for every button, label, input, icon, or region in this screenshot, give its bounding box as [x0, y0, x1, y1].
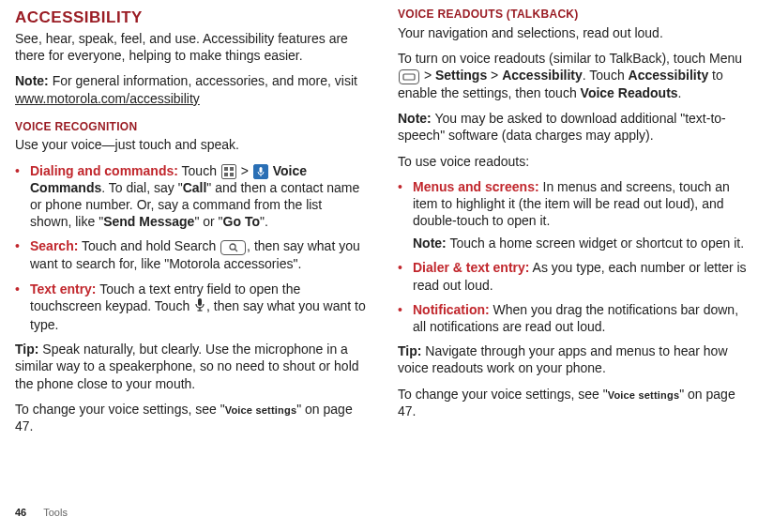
bullet-dialing: Dialing and commands: Touch > Voice Comm…	[15, 162, 366, 231]
voice-settings-ref: To change your voice settings, see "Voic…	[15, 401, 366, 434]
use-intro: To use voice readouts:	[398, 153, 749, 170]
section-label: Tools	[43, 507, 68, 518]
t: " or "	[194, 214, 222, 229]
svg-line-7	[235, 250, 237, 252]
accessibility-link[interactable]: www.motorola.com/accessibility	[15, 91, 200, 106]
bullet-title: Search:	[30, 238, 78, 253]
page: ACCESSIBILITY See, hear, speak, feel, an…	[0, 0, 773, 532]
note-label: Note:	[413, 236, 447, 251]
bullet-title: Text entry:	[30, 281, 97, 296]
heading-voice-recognition: VOICE RECOGNITION	[15, 120, 366, 135]
t: . To dial, say "	[101, 180, 182, 195]
bullet-dialer: Dialer & text entry: As you type, each n…	[398, 259, 749, 293]
t: To change your voice settings, see "	[398, 387, 608, 402]
bullet-search: Search: Touch and hold Search , then say…	[15, 237, 366, 272]
voice-settings-xref: Voice settings	[608, 389, 680, 401]
tip-body: Speak naturally, but clearly. Use the mi…	[15, 342, 359, 390]
left-column: ACCESSIBILITY See, hear, speak, feel, an…	[15, 8, 366, 532]
menu-key-icon	[399, 69, 419, 84]
t: Touch a home screen widget or shortcut t…	[447, 236, 744, 251]
voice-intro: Use your voice—just touch and speak.	[15, 136, 366, 153]
intro-text: See, hear, speak, feel, and use. Accessi…	[15, 30, 366, 64]
note-general: Note: For general information, accessori…	[15, 72, 366, 106]
note-body: For general information, accessories, an…	[49, 73, 357, 88]
send-message-label: Send Message	[103, 214, 194, 229]
voice-commands-icon	[253, 164, 268, 179]
goto-label: Go To	[223, 214, 260, 229]
page-number: 46	[15, 507, 26, 518]
t: >	[420, 68, 435, 83]
readouts-enable: To turn on voice readouts (similar to Ta…	[398, 50, 749, 101]
accessibility-label-2: Accessibility	[629, 68, 709, 83]
tip-navigate: Tip: Navigate through your apps and menu…	[398, 342, 749, 376]
t: >	[237, 163, 252, 178]
note-body: You may be asked to download additional …	[398, 111, 726, 143]
readouts-intro: Your navigation and selections, read out…	[398, 24, 749, 41]
svg-point-6	[230, 244, 235, 250]
heading-voice-readouts: VOICE READOUTS (TALKBACK)	[398, 8, 749, 23]
note-label: Note:	[398, 111, 432, 126]
svg-rect-11	[403, 74, 415, 80]
tip-label: Tip:	[15, 342, 38, 357]
voice-settings-xref: Voice settings	[225, 404, 297, 416]
heading-accessibility: ACCESSIBILITY	[15, 8, 366, 28]
bullet-text-entry: Text entry: Touch a text entry field to …	[15, 281, 366, 334]
t: To turn on voice readouts (similar to Ta…	[398, 51, 742, 66]
tip-label: Tip:	[398, 343, 421, 358]
note-download: Note: You may be asked to download addit…	[398, 110, 749, 144]
bullet-title: Dialing and commands:	[30, 163, 178, 178]
svg-rect-0	[224, 167, 228, 171]
bullet-notification: Notification: When you drag the notifica…	[398, 301, 749, 335]
svg-rect-3	[230, 173, 234, 176]
svg-rect-8	[198, 298, 202, 306]
note-label: Note:	[15, 73, 49, 88]
voice-bullets: Dialing and commands: Touch > Voice Comm…	[15, 162, 366, 334]
svg-rect-1	[230, 167, 234, 171]
tip-speak: Tip: Speak naturally, but clearly. Use t…	[15, 341, 366, 392]
t: Touch	[178, 163, 220, 178]
bullet-menus: Menus and screens: In menus and screens,…	[398, 178, 749, 252]
svg-rect-2	[224, 173, 228, 176]
t: .	[678, 85, 682, 100]
t: . Touch	[583, 68, 629, 83]
t: Touch and hold Search	[78, 238, 220, 253]
t: >	[487, 68, 502, 83]
voice-settings-ref-2: To change your voice settings, see "Voic…	[398, 386, 749, 419]
right-column: VOICE READOUTS (TALKBACK) Your navigatio…	[398, 8, 749, 532]
settings-label: Settings	[435, 68, 487, 83]
search-key-icon	[220, 240, 246, 255]
call-label: Call	[183, 180, 207, 195]
tip-body: Navigate through your apps and menus to …	[398, 343, 728, 375]
t: To change your voice settings, see "	[15, 402, 225, 417]
svg-rect-4	[259, 167, 262, 173]
microphone-icon	[194, 297, 205, 316]
voice-readouts-label: Voice Readouts	[581, 85, 678, 100]
page-footer: 46Tools	[15, 506, 68, 519]
bullet-title: Menus and screens:	[413, 179, 539, 194]
bullet-title: Dialer & text entry:	[413, 260, 529, 275]
menu-key-icon	[221, 164, 236, 179]
t: ".	[260, 214, 268, 229]
bullet-title: Notification:	[413, 302, 490, 317]
accessibility-label: Accessibility	[502, 68, 583, 83]
readouts-bullets: Menus and screens: In menus and screens,…	[398, 178, 749, 336]
